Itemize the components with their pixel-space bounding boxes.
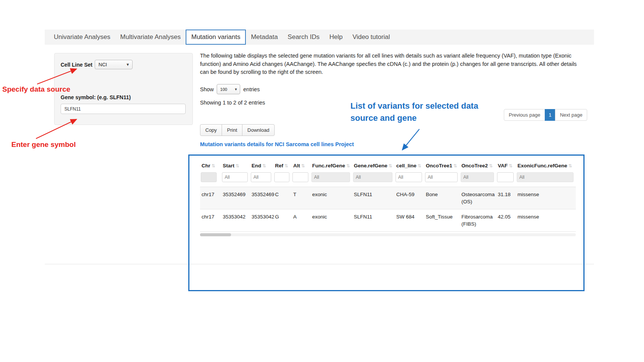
cell-line-set-label: Cell Line Set [61, 62, 92, 68]
table-highlight-box [188, 154, 585, 291]
scrollbar-thumb[interactable] [200, 233, 231, 236]
tab-mutation-variants[interactable]: Mutation variants [186, 30, 246, 45]
export-button-group: Copy Print Download [200, 124, 275, 136]
cell-line-set-select[interactable]: NCI ▼ [95, 60, 133, 69]
page-length-value: 100 [220, 87, 227, 92]
tab-search-ids[interactable]: Search IDs [283, 30, 324, 45]
annotation-enter-gene-symbol: Enter gene symbol [11, 140, 76, 149]
copy-button[interactable]: Copy [200, 124, 222, 136]
tab-help[interactable]: Help [324, 30, 347, 45]
cell-line-set-value: NCI [98, 62, 107, 67]
tab-video-tutorial[interactable]: Video tutorial [347, 30, 395, 45]
show-entries-control: Show 100 ▼ entries [200, 84, 260, 94]
control-panel: Cell Line Set NCI ▼ Gene symbol: (e.g. S… [54, 53, 193, 125]
gene-symbol-label: Gene symbol: (e.g. SLFN11) [61, 94, 186, 100]
tab-univariate-analyses[interactable]: Univariate Analyses [49, 30, 115, 45]
previous-page-button[interactable]: Previous page [504, 109, 545, 121]
page: Univariate Analyses Multivariate Analyse… [0, 0, 644, 362]
main-nav: Univariate Analyses Multivariate Analyse… [45, 30, 594, 45]
gene-symbol-input[interactable] [61, 104, 186, 114]
table-info-text: Showing 1 to 2 of 2 entries [200, 100, 265, 106]
tab-multivariate-analyses[interactable]: Multivariate Analyses [115, 30, 186, 45]
chevron-down-icon: ▼ [126, 62, 130, 67]
current-page-button[interactable]: 1 [545, 109, 555, 121]
blue-arrow-list-of-variants [402, 129, 419, 150]
table-description: The following table displays the selecte… [200, 52, 579, 76]
next-page-button[interactable]: Next page [555, 109, 587, 121]
chevron-down-icon: ▼ [234, 87, 238, 91]
download-button[interactable]: Download [242, 124, 275, 136]
entries-label: entries [243, 86, 260, 92]
annotation-list-of-variants: List of variants for selected data sourc… [350, 100, 502, 124]
print-button[interactable]: Print [222, 124, 242, 136]
pagination: Previous page 1 Next page [504, 109, 587, 121]
tab-metadata[interactable]: Metadata [246, 30, 283, 45]
annotation-specify-data-source: Specify data source [2, 85, 70, 94]
page-length-select[interactable]: 100 ▼ [217, 84, 240, 94]
horizontal-scrollbar[interactable] [200, 233, 576, 236]
show-label: Show [200, 86, 214, 92]
table-caption: Mutation variants details for NCI Sarcom… [200, 141, 354, 147]
